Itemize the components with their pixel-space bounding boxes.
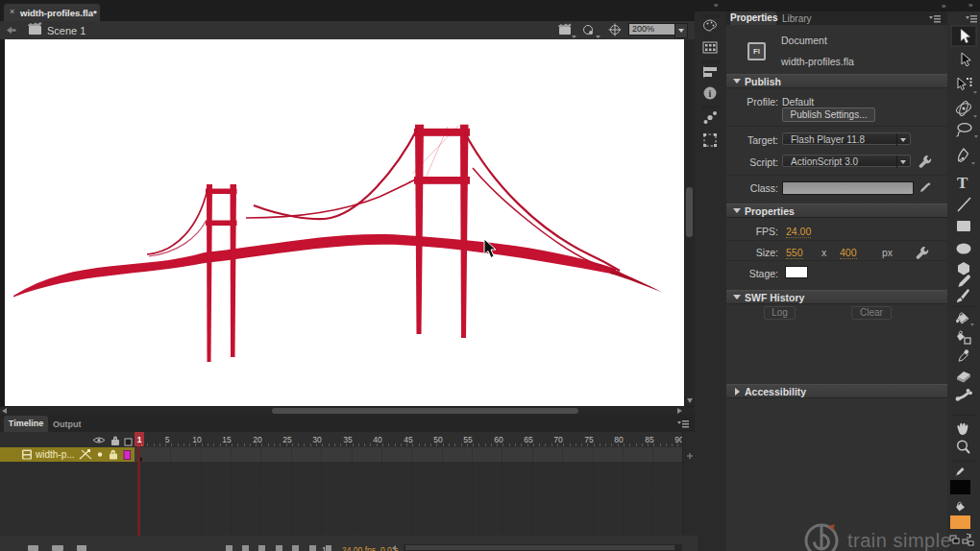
svg-text:width-p...: width-p... xyxy=(35,449,75,460)
svg-text:1: 1 xyxy=(322,545,327,551)
svg-text:i: i xyxy=(709,88,712,99)
svg-text:»: » xyxy=(942,2,946,10)
svg-text:T: T xyxy=(957,174,968,192)
svg-text:»: » xyxy=(968,1,973,10)
svg-text:24.00 fps: 24.00 fps xyxy=(342,545,376,551)
svg-text:«: « xyxy=(714,1,719,10)
